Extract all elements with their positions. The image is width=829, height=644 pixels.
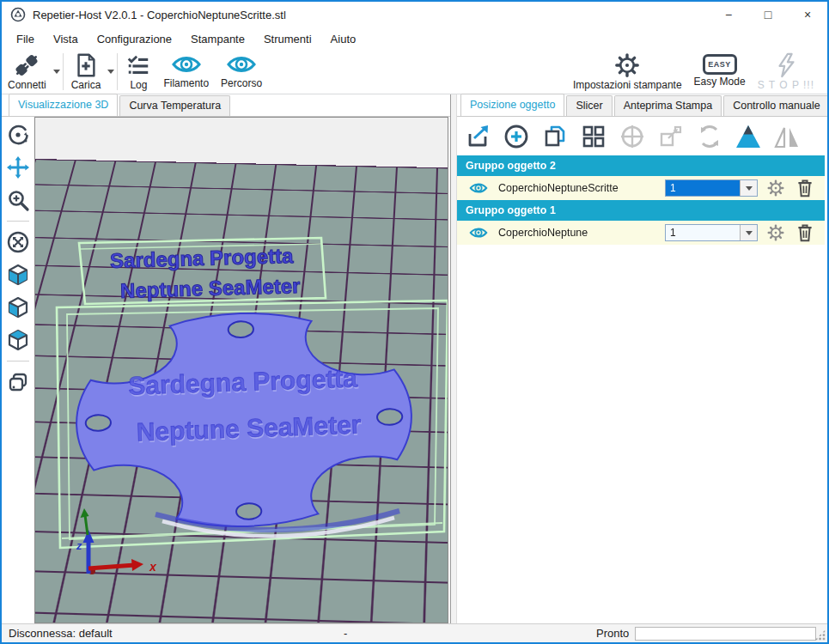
object-row[interactable]: CoperchioNeptune 1 xyxy=(457,221,825,245)
view-front-button[interactable] xyxy=(4,294,32,321)
connection-status: Disconnessa: default xyxy=(9,627,113,640)
object-toolbar xyxy=(457,117,827,155)
rotate-view-button[interactable] xyxy=(4,121,32,149)
load-dropdown[interactable] xyxy=(107,70,114,74)
quantity-stepper[interactable]: 1 xyxy=(665,179,758,197)
pane-splitter[interactable] xyxy=(450,94,457,623)
window-title: Repetier-Host V2.0.1 - CoperchioNeptuneS… xyxy=(33,9,286,21)
y-axis xyxy=(85,515,88,535)
show-objects-button[interactable] xyxy=(4,368,32,396)
quantity-stepper[interactable]: 1 xyxy=(665,224,758,241)
x-axis xyxy=(88,565,135,568)
panel-tabs: Posizione oggetto Slicer Anteprima Stamp… xyxy=(457,94,827,117)
connect-dropdown[interactable] xyxy=(53,70,60,74)
viewport-3d[interactable]: Sardegna Progetta Neptune SeaMeter xyxy=(34,117,448,623)
group-header[interactable]: Gruppo oggetto 2 xyxy=(457,155,825,176)
view-isometric-button[interactable] xyxy=(4,261,32,289)
cover-hole-top xyxy=(228,321,253,338)
layers-icon xyxy=(6,370,30,394)
scale-icon xyxy=(656,122,686,151)
menu-vista[interactable]: Vista xyxy=(44,29,88,49)
quantity-dropdown[interactable] xyxy=(740,225,757,240)
filament-toggle[interactable]: Filamento xyxy=(157,50,215,94)
copy-icon xyxy=(540,122,570,151)
tab-visualizzazione-3d[interactable]: Visualizzazione 3D xyxy=(9,94,118,116)
menu-stampante[interactable]: Stampante xyxy=(181,29,254,49)
main-toolbar: Connetti Carica Log xyxy=(2,50,827,94)
pan-view-icon xyxy=(6,155,30,179)
mirror-object-button[interactable] xyxy=(771,121,802,152)
toolbar-separator xyxy=(117,53,118,90)
status-dash: - xyxy=(344,627,347,640)
printer-status: Pronto xyxy=(596,627,629,640)
view-top-button[interactable] xyxy=(4,326,32,354)
crosshair-icon xyxy=(618,122,647,151)
object-settings-button[interactable] xyxy=(765,223,787,242)
object-placement-panel: Gruppo oggetto 2 CoperchioNeptuneScritte… xyxy=(457,117,827,623)
rotate-object-button[interactable] xyxy=(694,121,725,152)
menu-file[interactable]: File xyxy=(7,29,44,49)
connect-button[interactable]: Connetti xyxy=(2,50,52,94)
autoposition-button[interactable] xyxy=(578,121,609,152)
minimize-button[interactable]: − xyxy=(709,2,748,27)
export-icon xyxy=(463,122,492,151)
menu-aiuto[interactable]: Aiuto xyxy=(321,29,366,49)
delete-object-button[interactable] xyxy=(794,179,816,197)
cover-hole-right xyxy=(377,409,403,426)
maximize-button[interactable]: □ xyxy=(748,2,788,27)
tab-posizione-oggetto[interactable]: Posizione oggetto xyxy=(460,94,564,116)
tab-anteprima-stampa[interactable]: Anteprima Stampa xyxy=(614,95,722,116)
scene-overlay: Sardegna Progetta Neptune SeaMeter xyxy=(35,118,448,623)
object-settings-button[interactable] xyxy=(765,179,787,197)
gear-icon xyxy=(613,52,641,78)
object-name: CoperchioNeptune xyxy=(498,227,588,239)
copy-object-button[interactable] xyxy=(539,121,570,152)
group-header[interactable]: Gruppo oggetto 1 xyxy=(457,200,825,221)
tab-controllo-manuale[interactable]: Controllo manuale xyxy=(723,95,829,116)
object-row[interactable]: CoperchioNeptuneScritte 1 xyxy=(457,176,825,200)
eye-icon[interactable] xyxy=(469,226,488,240)
fit-view-icon xyxy=(6,230,30,254)
printer-settings-button[interactable]: Impostazioni stampante xyxy=(567,50,688,94)
z-axis-label: z xyxy=(76,539,82,552)
export-object-button[interactable] xyxy=(462,121,493,152)
scale-object-button[interactable] xyxy=(655,121,686,152)
cover-object[interactable]: Sardegna Progetta Sardegna Progetta Nept… xyxy=(73,307,415,536)
fit-view-button[interactable] xyxy=(4,228,32,256)
cover-hole-left xyxy=(85,415,111,432)
quantity-dropdown[interactable] xyxy=(740,180,757,196)
zoom-view-button[interactable] xyxy=(4,186,32,214)
progress-bar xyxy=(635,627,816,641)
quantity-value[interactable]: 1 xyxy=(666,180,740,196)
easy-badge-icon: EASY xyxy=(703,54,737,75)
menu-configurazione[interactable]: Configurazione xyxy=(88,29,181,49)
delete-object-button[interactable] xyxy=(794,223,816,242)
cube-iso-icon xyxy=(6,263,30,287)
eye-icon xyxy=(226,52,257,76)
tab-curva-temperatura[interactable]: Curva Temperatura xyxy=(119,95,230,116)
easy-mode-toggle[interactable]: EASY Easy Mode xyxy=(688,50,752,94)
text-plate-object[interactable]: Sardegna Progetta Neptune SeaMeter xyxy=(110,244,301,302)
menu-bar: File Vista Configurazione Stampante Stru… xyxy=(2,27,827,50)
gear-icon xyxy=(766,179,785,197)
load-button[interactable]: Carica xyxy=(65,50,107,94)
eye-icon[interactable] xyxy=(469,181,488,195)
drop-object-button[interactable] xyxy=(733,121,764,152)
add-object-button[interactable] xyxy=(501,121,532,152)
menu-strumenti[interactable]: Strumenti xyxy=(254,29,321,49)
quantity-value[interactable]: 1 xyxy=(666,225,740,240)
app-icon xyxy=(10,7,26,22)
center-object-button[interactable] xyxy=(617,121,648,152)
toolbar-separator xyxy=(63,53,64,90)
view-tabs: Visualizzazione 3D Curva Temperatura xyxy=(2,94,450,117)
lightning-icon xyxy=(774,52,798,78)
tab-slicer[interactable]: Slicer xyxy=(566,95,612,116)
gear-icon xyxy=(766,223,785,242)
close-button[interactable]: × xyxy=(788,2,827,27)
log-button[interactable]: Log xyxy=(119,50,157,94)
emergency-stop-button[interactable]: S T O P !!! xyxy=(752,50,820,94)
path-toggle[interactable]: Percorso xyxy=(215,50,268,94)
trash-icon xyxy=(796,223,814,242)
pan-view-button[interactable] xyxy=(4,154,32,181)
view-toolbar-separator xyxy=(7,361,29,361)
